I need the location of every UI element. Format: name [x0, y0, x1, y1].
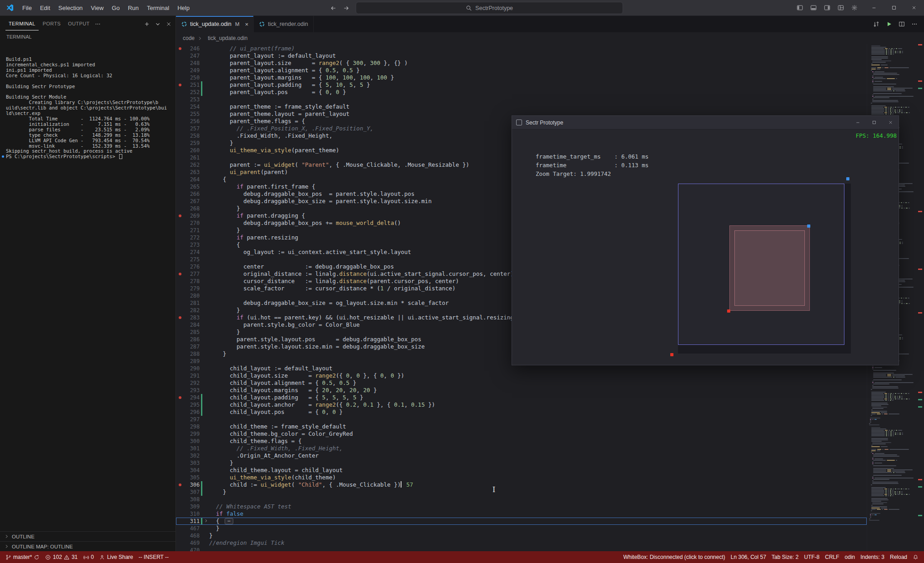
status-item-eol[interactable]: CRLF [822, 551, 842, 563]
gear-icon[interactable] [849, 2, 860, 14]
breakpoint-dot-icon[interactable] [179, 214, 181, 217]
menu-selection[interactable]: Selection [54, 3, 86, 13]
code-line-248[interactable]: 248 parent_layout.size = range2( { 300, … [176, 60, 867, 67]
code-line-467[interactable]: 467 } [176, 525, 867, 532]
code-line-250[interactable]: 250 parent_layout.margins = { 100, 100, … [176, 74, 867, 81]
child-widget-box[interactable] [729, 225, 810, 311]
code-line-301[interactable]: 301 // .Fixed_Width, .Fixed_Height, [176, 445, 867, 452]
plus-icon[interactable] [144, 21, 150, 27]
code-line-309[interactable]: 309 // Whitespace AST test [176, 503, 867, 510]
outline-section[interactable]: OUTLINE [0, 531, 176, 541]
code-line-468[interactable]: 468} [176, 532, 867, 539]
ellipsis-icon[interactable] [95, 21, 101, 27]
breakpoint-dot-icon[interactable] [179, 273, 181, 275]
editor-tab-tick_update.odin[interactable]: tick_update.odinM× [176, 16, 254, 32]
menu-terminal[interactable]: Terminal [143, 3, 173, 13]
code-line-249[interactable]: 249 parent_layout.alignment = { 0.5, 0.5… [176, 67, 867, 74]
status-item-tab-size[interactable]: Tab Size: 2 [769, 551, 801, 563]
code-line-306[interactable]: 306 child := ui_widget( "Child", { .Mous… [176, 481, 867, 488]
status-item-indents[interactable]: Indents: 3 [858, 551, 887, 563]
menu-file[interactable]: File [18, 3, 36, 13]
status-item-branch[interactable]: master* [3, 551, 42, 563]
panel-tab-terminal[interactable]: TERMINAL [5, 17, 39, 30]
layout-sidebar-right-icon[interactable] [821, 2, 833, 14]
overlay-maximize-button[interactable] [866, 116, 882, 130]
status-item-language-mode[interactable]: odin [842, 551, 858, 563]
status-item-reload[interactable]: Reload [887, 551, 910, 563]
status-item-problems[interactable]: 10231 [42, 551, 80, 563]
code-line-305[interactable]: 305 ui_theme_via_style(child_theme) [176, 474, 867, 481]
code-line-297[interactable]: 297 [176, 416, 867, 423]
code-line-295[interactable]: 295 child_layout.anchor = range2({ 0.2, … [176, 401, 867, 409]
run-icon[interactable] [886, 21, 892, 27]
layout-customize-icon[interactable] [835, 2, 847, 14]
panel-tab-output[interactable]: OUTPUT [65, 17, 93, 30]
terminal-prompt[interactable]: PS C:\projects\SectrPrototype\scripts> [6, 154, 174, 159]
overlay-close-button[interactable] [882, 116, 899, 130]
code-line-251[interactable]: 251 parent_layout.padding = { 5, 10, 5, … [176, 81, 867, 89]
status-item-ports[interactable]: 0 [80, 551, 97, 563]
breakpoint-dot-icon[interactable] [179, 47, 181, 50]
code-line-304[interactable]: 304 child_theme.layout = child_layout [176, 467, 867, 474]
status-item-cursor-position[interactable]: Ln 306, Col 57 [728, 551, 769, 563]
code-line-300[interactable]: 300 child_theme.flags = { [176, 438, 867, 445]
code-line-470[interactable]: 470 [176, 547, 867, 551]
code-line-247[interactable]: 247 parent_layout := default_layout [176, 52, 867, 60]
layout-panel-icon[interactable] [808, 2, 819, 14]
chevron-down-icon[interactable] [155, 21, 161, 27]
code-line-310[interactable]: 310 if false [176, 510, 867, 518]
status-item-notifications[interactable] [910, 551, 921, 563]
overlay-minimize-button[interactable] [849, 116, 866, 130]
status-item-live-share[interactable]: Live Share [96, 551, 136, 563]
code-line-302[interactable]: 302 .Origin_At_Anchor_Center [176, 452, 867, 459]
code-line-291[interactable]: 291 child_layout.size = range2({ 0, 0 },… [176, 372, 867, 379]
overlay-titlebar[interactable]: Sectr Prototype [512, 116, 899, 130]
terminal-section-label[interactable]: TERMINAL [0, 32, 176, 40]
menu-run[interactable]: Run [124, 3, 143, 13]
layout-sidebar-left-icon[interactable] [794, 2, 806, 14]
breakpoint-dot-icon[interactable] [179, 84, 181, 86]
code-line-307[interactable]: 307 } [176, 488, 867, 496]
folded-code-ellipsis[interactable]: ⋯ [225, 518, 233, 524]
window-close-button[interactable] [904, 0, 924, 15]
command-center-search[interactable]: SectrPrototype [356, 2, 623, 14]
status-item-whitebox[interactable]: WhiteBox: Disconnected (click to connect… [621, 551, 728, 563]
window-maximize-button[interactable] [884, 0, 904, 15]
code-line-469[interactable]: 469//endregion Imgui Tick [176, 539, 867, 547]
breadcrumb-folder[interactable]: code [183, 35, 195, 41]
window-minimize-button[interactable] [864, 0, 884, 15]
code-line-246[interactable]: 246 // ui_parent(frame) [176, 45, 867, 52]
tab-close-button[interactable]: × [245, 21, 249, 27]
fold-indicator[interactable] [202, 518, 209, 525]
code-line-293[interactable]: 293 child_layout.margins = { 20, 20, 20,… [176, 387, 867, 394]
panel-tab-ports[interactable]: PORTS [40, 17, 64, 30]
close-icon[interactable] [166, 21, 172, 27]
compare-changes-icon[interactable] [873, 21, 879, 27]
code-line-299[interactable]: 299 child_theme.bg_color = Color_GreyRed [176, 430, 867, 438]
code-line-294[interactable]: 294 child_layout.padding = { 5, 5, 5, 5 … [176, 394, 867, 401]
code-line-298[interactable]: 298 child_theme := frame_style_default [176, 423, 867, 430]
terminal-output[interactable]: Build.ps1incremental_checks.ps1 imported… [0, 40, 176, 531]
menu-view[interactable]: View [87, 3, 108, 13]
code-line-296[interactable]: 296 child_layout.pos = { 0, 0 } [176, 409, 867, 416]
code-line-292[interactable]: 292 child_layout.alignment = { 0.5, 0.5 … [176, 379, 867, 387]
code-line-252[interactable]: 252 parent_layout.pos = { 0, 0 } [176, 89, 867, 96]
breadcrumb-file[interactable]: tick_update.odin [208, 35, 247, 41]
outline-map-section[interactable]: OUTLINE MAP: OUTLINE [0, 541, 176, 551]
overview-ruler[interactable] [917, 44, 924, 551]
breakpoint-dot-icon[interactable] [179, 483, 181, 486]
nav-back-icon[interactable] [330, 5, 336, 11]
breakpoint-dot-icon[interactable] [179, 396, 181, 399]
ellipsis-icon[interactable] [911, 21, 918, 27]
code-line-254[interactable]: 254 parent_theme := frame_style_default [176, 103, 867, 110]
code-line-253[interactable]: 253 [176, 96, 867, 103]
editor-tab-tick_render.odin[interactable]: tick_render.odin [254, 16, 313, 32]
split-editor-icon[interactable] [899, 21, 905, 27]
code-line-308[interactable]: 308 [176, 496, 867, 503]
overlay-window[interactable]: Sectr Prototype FPS: 164.998 frametime_t… [512, 115, 899, 365]
status-item-encoding[interactable]: UTF-8 [801, 551, 822, 563]
menu-go[interactable]: Go [108, 3, 124, 13]
code-line-290[interactable]: 290 child_layout := default_layout [176, 365, 867, 372]
menu-edit[interactable]: Edit [36, 3, 54, 13]
status-item-vim-mode[interactable]: -- INSERT -- [136, 551, 171, 563]
